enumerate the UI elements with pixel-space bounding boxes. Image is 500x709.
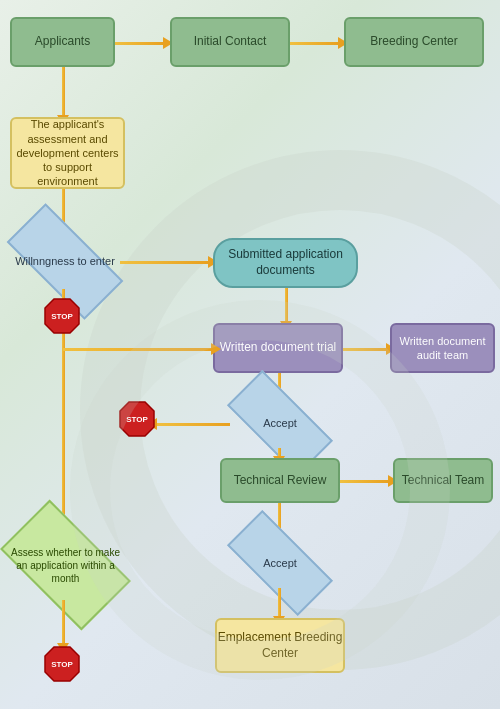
assessment-label: The applicant's assessment and developme… (12, 117, 123, 188)
technical-team-label: Technical Team (402, 473, 485, 489)
willingness-diamond: Willnngness to enter (10, 234, 120, 289)
emplacement-label: Emplacement Breeding Center (217, 630, 343, 661)
arrow-tech-team (340, 480, 390, 483)
audit-team-box: Written document audit team (390, 323, 495, 373)
accept2-diamond: Accept (230, 538, 330, 588)
initial-contact-box: Initial Contact (170, 17, 290, 67)
applicants-label: Applicants (35, 34, 90, 50)
submitted-docs-label: Submitted application documents (215, 247, 356, 278)
stop1-sign: STOP (43, 297, 81, 342)
arrow-assess-stop3 (62, 600, 65, 645)
arrow-accept-stop2 (155, 423, 230, 426)
written-trial-label: Written document trial (220, 340, 337, 356)
stop2-sign: STOP (118, 400, 156, 445)
technical-team-box: Technical Team (393, 458, 493, 503)
arrow-willingness-docs (120, 261, 210, 264)
written-trial-box: Written document trial (213, 323, 343, 373)
technical-review-label: Technical Review (234, 473, 327, 489)
arrow-left-line-to-trial (63, 348, 213, 351)
flowchart: Applicants Initial Contact Breeding Cent… (0, 0, 500, 709)
audit-team-label: Written document audit team (392, 334, 493, 363)
breeding-center-box: Breeding Center (344, 17, 484, 67)
assessment-box: The applicant's assessment and developme… (10, 117, 125, 189)
technical-review-box: Technical Review (220, 458, 340, 503)
arrow-docs-trial (285, 288, 288, 323)
svg-text:STOP: STOP (126, 415, 148, 424)
emplacement-box: Emplacement Breeding Center (215, 618, 345, 673)
breeding-center-label: Breeding Center (370, 34, 457, 50)
assess-month-label: Assess whether to make an application wi… (8, 546, 123, 585)
submitted-docs-box: Submitted application documents (213, 238, 358, 288)
arrow-down-assessment (62, 67, 65, 117)
arrow-initial-breeding (290, 42, 340, 45)
accept2-label: Accept (263, 556, 297, 570)
accept1-diamond: Accept (230, 398, 330, 448)
applicants-box: Applicants (10, 17, 115, 67)
arrow-applicants-initial (115, 42, 165, 45)
assess-month-diamond: Assess whether to make an application wi… (8, 530, 123, 600)
arrow-trial-audit (343, 348, 388, 351)
stop3-sign: STOP (43, 645, 81, 690)
willingness-label: Willnngness to enter (15, 254, 115, 268)
initial-contact-label: Initial Contact (194, 34, 267, 50)
svg-text:STOP: STOP (51, 660, 73, 669)
arrow-accept2-emplacement (278, 588, 281, 618)
arrow-accept1-tech (278, 448, 281, 458)
svg-text:STOP: STOP (51, 312, 73, 321)
accept1-label: Accept (263, 416, 297, 430)
